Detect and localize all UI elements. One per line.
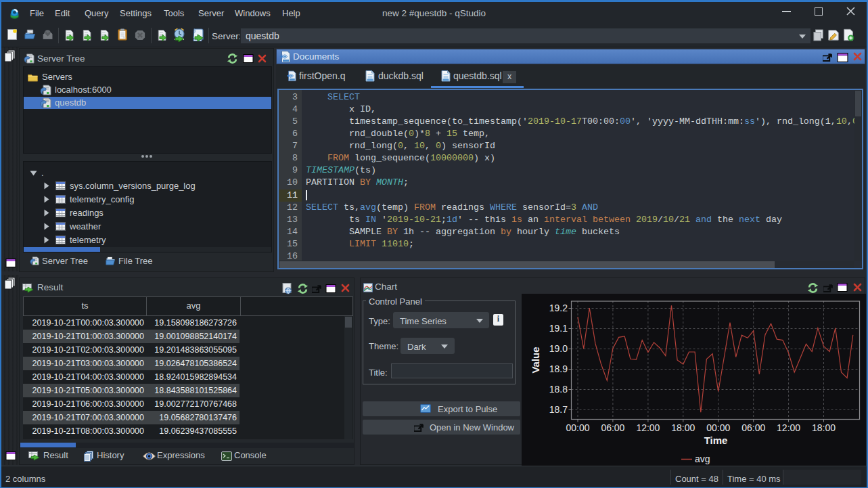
svg-text:18.8: 18.8 [549, 384, 568, 395]
svg-text:18:00: 18:00 [671, 422, 695, 433]
svg-text:avg: avg [695, 453, 710, 464]
svg-text:00:00: 00:00 [706, 422, 730, 433]
svg-text:00:00: 00:00 [566, 422, 589, 433]
svg-text:Time: Time [704, 435, 728, 446]
svg-text:12:00: 12:00 [636, 422, 660, 433]
svg-text:18.9: 18.9 [549, 363, 568, 374]
svg-text:06:00: 06:00 [741, 422, 765, 433]
svg-text:12:00: 12:00 [777, 422, 800, 433]
svg-text:06:00: 06:00 [601, 422, 624, 433]
svg-text:19.0: 19.0 [549, 343, 568, 354]
svg-text:18:00: 18:00 [812, 422, 836, 433]
svg-text:Value: Value [530, 347, 541, 373]
svg-text:19.1: 19.1 [549, 323, 568, 334]
svg-text:19.2: 19.2 [549, 303, 568, 313]
svg-text:18.7: 18.7 [549, 404, 568, 415]
